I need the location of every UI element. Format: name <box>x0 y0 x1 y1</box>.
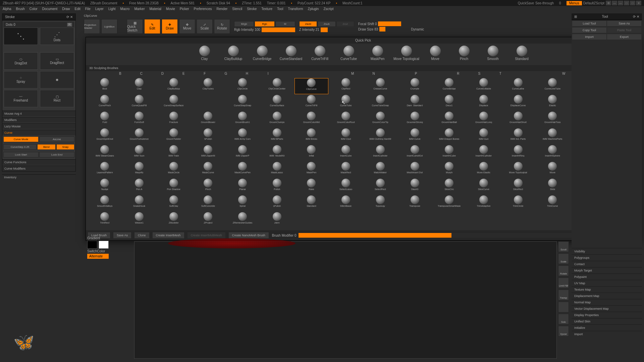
stroke-dragrect[interactable]: ▭DragRect <box>40 52 74 70</box>
brush-fracture[interactable]: Fracture <box>157 112 191 128</box>
menu-texture[interactable]: Texture <box>261 7 272 11</box>
tool-section-texture-map[interactable]: Texture Map <box>572 286 642 293</box>
brush-imm-gun[interactable]: IMM Gun <box>467 128 501 144</box>
brush-maskcurvepen[interactable]: MaskCurvePen <box>226 162 260 178</box>
menu-picker[interactable]: Picker <box>180 7 189 11</box>
lock-end[interactable]: Lock End <box>39 152 74 158</box>
brush-imm-clod[interactable]: IMM Clod <box>329 128 363 144</box>
load-tool-button[interactable]: Load Tool <box>572 21 606 26</box>
brush-weave1[interactable]: Weave1 <box>122 212 156 228</box>
create-insertmesh-button[interactable]: Create InsertMesh <box>153 232 184 238</box>
menu-preferences[interactable]: Preferences <box>194 7 212 11</box>
gizmo-btn[interactable] <box>558 302 569 312</box>
brush-stitchbasic[interactable]: StitchBasic <box>329 195 363 212</box>
brush-trimcurve[interactable]: TrimCurve <box>536 195 570 212</box>
brush-slicecirc[interactable]: SliceCirc <box>432 179 466 195</box>
scale-button[interactable]: ⤢Scale <box>197 19 213 34</box>
brush-formsoft[interactable]: FormSoft <box>122 112 156 128</box>
brush-inserthring[interactable]: InsertHRing <box>501 145 535 161</box>
tool-section-morph-target[interactable]: Morph Target <box>572 267 642 274</box>
brush-inserthcylinder[interactable]: InsertHCylinder <box>467 145 501 161</box>
menu-stroke[interactable]: Stroke <box>247 7 257 11</box>
menu-light[interactable]: Light <box>108 7 116 11</box>
menu-color[interactable]: Color <box>30 7 38 11</box>
brush-snakehook[interactable]: SnakeHook <box>122 195 156 212</box>
brush-imm-modelkit[interactable]: IMM_ModelKit <box>260 145 294 161</box>
brush-curvetube[interactable]: CurveTube <box>329 95 363 111</box>
brush-meshinsert-dot[interactable]: MeshInsert Dot <box>398 162 432 178</box>
stroke-spray2[interactable]: ✱ <box>40 71 74 88</box>
stroke-dragrect-preview[interactable]: ⋰Dots <box>40 27 74 45</box>
menu-transform[interactable]: Transform <box>288 7 303 11</box>
brush-curveeditable[interactable]: CurveEditable <box>467 78 501 94</box>
tool-section-display-properties[interactable]: Display Properties <box>572 312 642 318</box>
brush-imm-train[interactable]: IMM Train <box>157 145 191 161</box>
brush-curvelinetube[interactable]: CurveLineTube <box>536 78 570 94</box>
stroke-spray[interactable]: ⁘Spray <box>4 71 38 88</box>
brush-softclay[interactable]: SoftClay <box>157 195 191 212</box>
brush-elastic[interactable]: Elastic <box>536 95 570 111</box>
brush-displacecurve[interactable]: DisplaceCurve <box>501 95 535 111</box>
brush-curvestrapsnap[interactable]: CurveStrapSnap <box>226 95 260 111</box>
brush-groomcolormid[interactable]: GroomColorMid <box>294 112 328 128</box>
brush-move-elastic[interactable]: Move Elastic <box>467 162 501 178</box>
brush-groomerstrong[interactable]: GroomerStrong <box>398 112 432 128</box>
save-brush-button[interactable]: Save As <box>113 232 131 238</box>
menu-macro[interactable]: Macro <box>120 7 130 11</box>
tool-section-uv-map[interactable]: UV Map <box>572 280 642 286</box>
alpha-filter-blank[interactable] <box>300 72 321 75</box>
menu-marker[interactable]: Marker <box>134 7 145 11</box>
brush-curvequadfill[interactable]: CurveQuadFill <box>122 95 156 111</box>
brush-morph[interactable]: Morph <box>432 162 466 178</box>
brush-imm-bricks[interactable]: IMM Bricks <box>294 128 328 144</box>
brush-groomblower[interactable]: GroomBlower <box>191 112 225 128</box>
brush-ztern[interactable]: ztern <box>260 212 294 228</box>
brush-imm-army-curv[interactable]: IMM Army Curv <box>226 128 260 144</box>
brush-hpolish[interactable]: hPolish <box>191 128 225 144</box>
brush-imm-zipperp[interactable]: IMM ZipperP <box>226 145 260 161</box>
main-menu[interactable]: AlphaBrushColorDocumentDrawEditFileLayer… <box>0 6 644 11</box>
menu-zplugin[interactable]: Zplugin <box>308 7 319 11</box>
brush-clipcircle[interactable]: ClipCircle <box>226 78 260 94</box>
alpha-filter-B[interactable]: B <box>110 72 131 75</box>
brush-slicerect[interactable]: SliceRect <box>501 179 535 195</box>
brush-softconcrete[interactable]: SoftConcrete <box>191 195 225 212</box>
menu-layer[interactable]: Layer <box>95 7 104 11</box>
create-insertmulti-button[interactable]: Create InsertMultiMesh <box>187 232 225 238</box>
bend-button[interactable]: Bend <box>37 144 56 150</box>
gizmo-rotate[interactable]: Rotate <box>558 265 569 276</box>
gizmo-limit-fbf[interactable]: Limit FBf <box>558 278 569 288</box>
menu-stencil[interactable]: Stencil <box>232 7 242 11</box>
brush-deco1[interactable]: Deco1 <box>432 95 466 111</box>
quickpick-curvebridge[interactable]: CurveBridge <box>249 46 275 63</box>
export-button[interactable]: Export <box>607 34 641 40</box>
brush-imm-machineparts[interactable]: IMM MachineParts <box>536 128 570 144</box>
brush-slide[interactable]: Slide <box>536 179 570 195</box>
brush-groomhairshort[interactable]: GroomHairShort <box>501 112 535 128</box>
brush-maskcurve[interactable]: MaskCurve <box>191 162 225 178</box>
saveas-tool-button[interactable]: Save As <box>607 21 641 26</box>
alpha-filter-blank[interactable] <box>89 72 110 75</box>
brush-spolish[interactable]: sPolish <box>260 195 294 212</box>
brush-zmodeler[interactable]: ZModeler <box>157 212 191 228</box>
window-controls[interactable]: ⊞——□□✕ <box>606 1 641 5</box>
alpha-filter-W[interactable]: W <box>553 72 574 75</box>
brush-magnify[interactable]: Magnify <box>122 162 156 178</box>
alpha-filter-blank[interactable] <box>511 72 532 75</box>
alpha-filter-N[interactable]: N <box>363 72 384 75</box>
tool-section-normal-map[interactable]: Normal Map <box>572 299 642 305</box>
curve-modifiers[interactable]: Curve Modifiers <box>2 166 75 171</box>
alpha-filter-M[interactable]: M <box>342 72 363 75</box>
tool-section-polygroups[interactable]: Polygroups <box>572 254 642 261</box>
menu-zscript[interactable]: Zscript <box>323 7 333 11</box>
brush-curvetrifill[interactable]: CurveTriFill <box>294 95 328 111</box>
brush-clipcirclecenter[interactable]: ClipCircleCenter <box>260 78 294 94</box>
brush-standard[interactable]: Standard <box>294 195 328 212</box>
brush-imm-bparts[interactable]: IMM BParts <box>260 128 294 144</box>
lightbox-button[interactable]: LightBox <box>101 19 117 34</box>
alpha-filter-blank[interactable] <box>279 72 300 75</box>
brush-imm-dragon-bones[interactable]: IMM Dragon Bones <box>432 128 466 144</box>
brush-nudge[interactable]: Nudge <box>88 179 122 195</box>
gizmo-xpose[interactable]: Xpose <box>558 326 569 337</box>
brush-trimrect[interactable]: TrimRect <box>88 212 122 228</box>
